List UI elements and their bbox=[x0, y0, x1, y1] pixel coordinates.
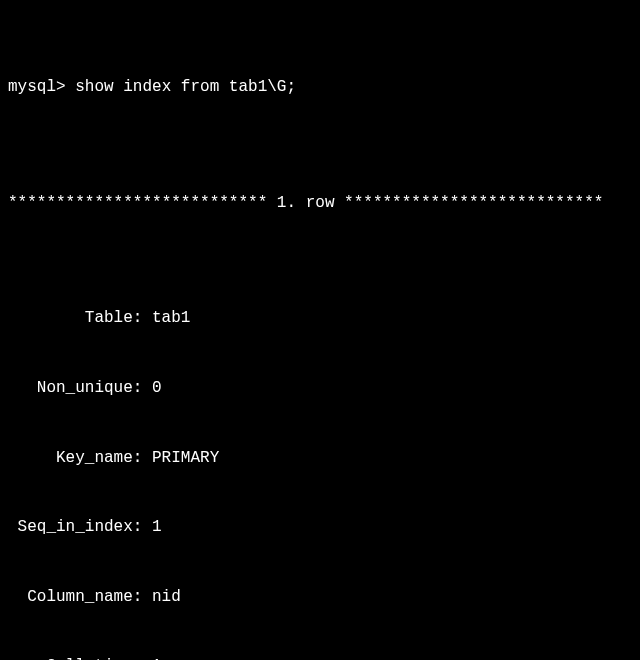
field-label: Key_name bbox=[8, 447, 133, 470]
field-value: 0 bbox=[152, 379, 162, 397]
field-row: Non_unique: 0 bbox=[8, 377, 632, 400]
field-label: Table bbox=[8, 307, 133, 330]
field-row: Table: tab1 bbox=[8, 307, 632, 330]
mysql-prompt: mysql> bbox=[8, 78, 66, 96]
field-value: 1 bbox=[152, 518, 162, 536]
field-value: nid bbox=[152, 588, 181, 606]
field-row: Key_name: PRIMARY bbox=[8, 447, 632, 470]
field-value: PRIMARY bbox=[152, 449, 219, 467]
prompt-line: mysql> show index from tab1\G; bbox=[8, 76, 632, 99]
field-row: Seq_in_index: 1 bbox=[8, 516, 632, 539]
terminal-output: mysql> show index from tab1\G; *********… bbox=[0, 0, 640, 660]
row-separator: *************************** 1. row *****… bbox=[8, 192, 632, 215]
command-text: show index from tab1\G; bbox=[75, 78, 296, 96]
field-label: Non_unique bbox=[8, 377, 133, 400]
field-row: Column_name: nid bbox=[8, 586, 632, 609]
field-value: tab1 bbox=[152, 309, 190, 327]
field-label: Seq_in_index bbox=[8, 516, 133, 539]
field-label: Collation bbox=[8, 655, 133, 660]
field-label: Column_name bbox=[8, 586, 133, 609]
field-row: Collation: A bbox=[8, 655, 632, 660]
